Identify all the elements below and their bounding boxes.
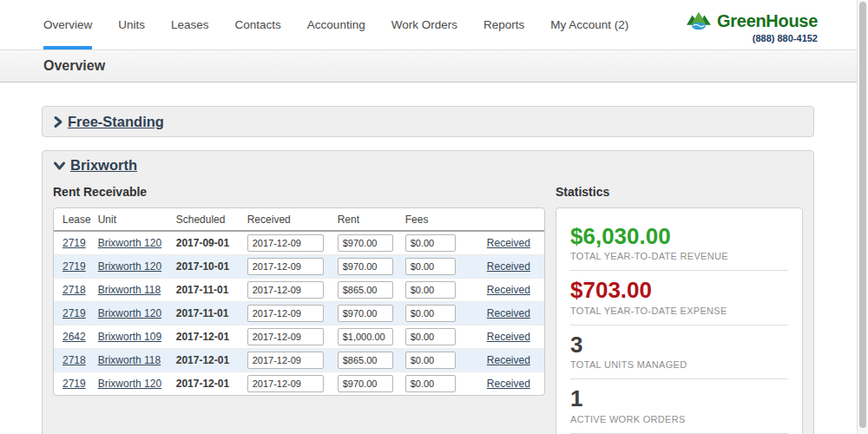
rent-input[interactable] xyxy=(338,328,393,345)
fees-input[interactable] xyxy=(405,234,456,252)
received-date-input[interactable] xyxy=(247,281,324,299)
unit-link[interactable]: Brixworth 120 xyxy=(98,378,161,390)
nav-item-my-account-2[interactable]: My Account (2) xyxy=(550,0,628,49)
lease-link[interactable]: 2718 xyxy=(62,284,86,296)
rent-input[interactable] xyxy=(338,281,393,299)
page-title: Overview xyxy=(43,58,105,74)
rent-receivable-table-card: Lease Unit Scheduled Received Rent Fees xyxy=(53,207,545,396)
stat-item: $6,030.00 TOTAL YEAR-TO-DATE REVENUE xyxy=(570,217,788,271)
fees-input[interactable] xyxy=(405,328,456,345)
table-row: 2719 Brixworth 120 2017-10-01 Received xyxy=(54,254,544,278)
stat-label: ACTIVE WORK ORDERS xyxy=(570,414,788,424)
rent-input[interactable] xyxy=(338,234,393,252)
col-header-unit: Unit xyxy=(95,208,173,231)
app-window: OverviewUnitsLeasesContactsAccountingWor… xyxy=(0,0,868,434)
lease-link[interactable]: 2719 xyxy=(62,260,86,273)
main-content: Free-Standing Brixworth Rent Receivable xyxy=(0,82,868,434)
greenhouse-logo-icon xyxy=(684,10,713,32)
col-header-scheduled: Scheduled xyxy=(173,208,244,231)
stat-label: TOTAL YEAR-TO-DATE EXPENSE xyxy=(570,306,788,316)
lease-link[interactable]: 2718 xyxy=(62,354,86,366)
lease-link[interactable]: 2719 xyxy=(62,378,86,390)
received-date-input[interactable] xyxy=(247,305,324,322)
stat-value: $703.00 xyxy=(570,278,788,303)
scheduled-date: 2017-11-01 xyxy=(176,307,229,319)
table-row: 2719 Brixworth 120 2017-12-01 Received xyxy=(54,372,544,395)
stat-label: TOTAL UNITS MANAGED xyxy=(570,359,788,370)
nav-items: OverviewUnitsLeasesContactsAccountingWor… xyxy=(43,0,628,49)
scheduled-date: 2017-12-01 xyxy=(176,331,229,343)
rent-receivable-heading: Rent Receivable xyxy=(53,185,545,199)
table-row: 2719 Brixworth 120 2017-09-01 Received xyxy=(54,231,544,255)
received-date-input[interactable] xyxy=(247,375,324,392)
stat-item: 1 ACTIVE WORK ORDERS xyxy=(570,378,788,433)
rent-input[interactable] xyxy=(338,305,393,322)
received-date-input[interactable] xyxy=(247,352,324,369)
fees-input[interactable] xyxy=(405,281,456,299)
nav-item-units[interactable]: Units xyxy=(118,0,145,49)
table-header-row: Lease Unit Scheduled Received Rent Fees xyxy=(54,208,544,231)
received-action-link[interactable]: Received xyxy=(487,331,530,343)
rent-receivable-table: Lease Unit Scheduled Received Rent Fees xyxy=(54,208,544,395)
nav-item-overview[interactable]: Overview xyxy=(43,0,92,49)
fees-input[interactable] xyxy=(405,258,456,275)
stat-item: 3 TOTAL UNITS MANAGED xyxy=(570,325,788,379)
unit-link[interactable]: Brixworth 120 xyxy=(98,260,161,273)
fees-input[interactable] xyxy=(405,305,456,322)
table-row: 2718 Brixworth 118 2017-12-01 Received xyxy=(54,348,544,372)
received-action-link[interactable]: Received xyxy=(487,260,530,273)
stat-item: $703.00 TOTAL YEAR-TO-DATE EXPENSE xyxy=(570,270,788,325)
lease-link[interactable]: 2719 xyxy=(62,237,86,249)
vertical-scrollbar[interactable] xyxy=(857,0,868,434)
nav-item-reports[interactable]: Reports xyxy=(483,0,524,49)
unit-link[interactable]: Brixworth 109 xyxy=(98,331,161,343)
received-date-input[interactable] xyxy=(247,234,324,252)
received-date-input[interactable] xyxy=(247,328,324,345)
section-brixworth-toggle[interactable]: Brixworth xyxy=(53,157,137,174)
brand: GreenHouse (888) 880-4152 xyxy=(684,0,818,49)
chevron-down-icon xyxy=(53,161,66,171)
table-row: 2718 Brixworth 118 2017-11-01 Received xyxy=(54,278,544,301)
received-action-link[interactable]: Received xyxy=(487,307,530,319)
statistics-heading: Statistics xyxy=(556,185,803,199)
fees-input[interactable] xyxy=(405,375,456,392)
nav-item-accounting[interactable]: Accounting xyxy=(307,0,365,49)
unit-link[interactable]: Brixworth 118 xyxy=(98,284,161,296)
rent-input[interactable] xyxy=(338,375,393,392)
brand-phone: (888) 880-4152 xyxy=(753,33,818,43)
nav-item-contacts[interactable]: Contacts xyxy=(235,0,281,49)
col-header-lease: Lease xyxy=(54,208,95,231)
received-action-link[interactable]: Received xyxy=(487,284,530,296)
nav-item-work-orders[interactable]: Work Orders xyxy=(391,0,457,49)
top-nav: OverviewUnitsLeasesContactsAccountingWor… xyxy=(0,0,868,49)
stat-value: 3 xyxy=(570,332,788,358)
table-row: 2642 Brixworth 109 2017-12-01 Received xyxy=(54,325,544,348)
unit-link[interactable]: Brixworth 120 xyxy=(98,237,161,249)
chevron-right-icon xyxy=(53,115,63,128)
scheduled-date: 2017-11-01 xyxy=(176,284,229,296)
section-free-standing-toggle[interactable]: Free-Standing xyxy=(53,114,164,130)
unit-link[interactable]: Brixworth 118 xyxy=(98,354,161,366)
unit-link[interactable]: Brixworth 120 xyxy=(98,307,161,319)
col-header-fees: Fees xyxy=(402,208,473,231)
rent-input[interactable] xyxy=(338,352,393,369)
rent-input[interactable] xyxy=(338,258,393,275)
scheduled-date: 2017-12-01 xyxy=(176,354,229,366)
nav-item-leases[interactable]: Leases xyxy=(171,0,209,49)
section-free-standing-title: Free-Standing xyxy=(68,114,164,130)
received-action-link[interactable]: Received xyxy=(487,237,530,249)
scrollbar-thumb[interactable] xyxy=(859,2,866,428)
page-title-band: Overview xyxy=(0,49,868,82)
received-action-link[interactable]: Received xyxy=(487,354,530,366)
fees-input[interactable] xyxy=(405,352,456,369)
table-row: 2719 Brixworth 120 2017-11-01 Received xyxy=(54,301,544,325)
lease-link[interactable]: 2642 xyxy=(62,331,86,343)
received-date-input[interactable] xyxy=(247,258,324,275)
stat-value: 1 xyxy=(570,386,788,411)
scheduled-date: 2017-10-01 xyxy=(176,260,229,273)
scheduled-date: 2017-09-01 xyxy=(176,237,229,249)
received-action-link[interactable]: Received xyxy=(487,378,530,390)
scheduled-date: 2017-12-01 xyxy=(176,378,229,390)
section-brixworth-title: Brixworth xyxy=(70,157,137,174)
lease-link[interactable]: 2719 xyxy=(62,307,86,319)
